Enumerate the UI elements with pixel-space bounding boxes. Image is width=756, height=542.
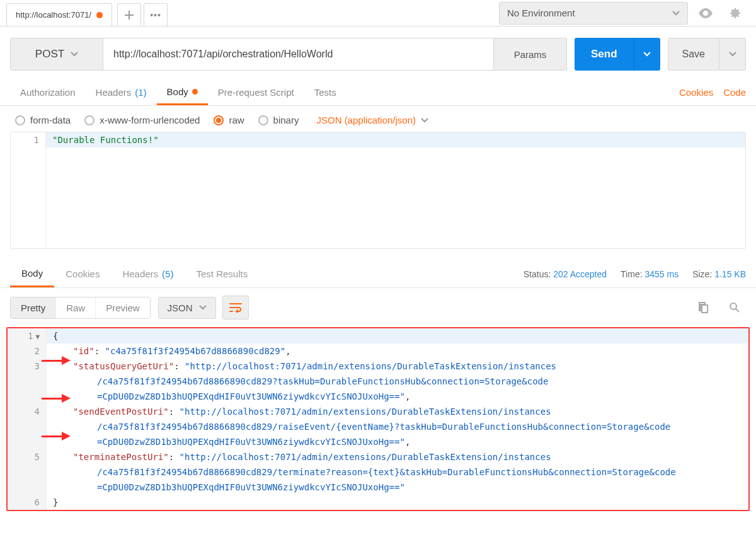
copy-response-button[interactable] <box>692 296 714 319</box>
new-tab-button[interactable] <box>117 3 141 26</box>
line-number: 1 <box>11 132 46 147</box>
search-icon <box>729 302 740 313</box>
toggle-wrap-button[interactable] <box>222 296 249 320</box>
plus-icon <box>125 11 134 20</box>
chevron-down-icon <box>672 11 680 16</box>
tab-body[interactable]: Body <box>157 79 208 105</box>
status-readout: Status: 202 Accepted <box>524 269 607 279</box>
request-tab[interactable]: http://localhost:7071/ <box>6 3 112 26</box>
view-raw[interactable]: Raw <box>56 297 96 318</box>
search-response-button[interactable] <box>723 296 746 319</box>
http-method-select[interactable]: POST <box>10 38 103 71</box>
tab-headers[interactable]: Headers (1) <box>86 79 157 105</box>
environment-select[interactable]: No Environment <box>499 2 688 25</box>
annotation-arrow-icon <box>42 394 71 403</box>
url-input[interactable]: http://localhost:7071/api/orchestration/… <box>103 38 494 71</box>
gear-icon <box>728 7 741 20</box>
radio-binary[interactable]: binary <box>258 115 299 125</box>
annotation-arrow-icon <box>42 356 71 365</box>
view-preview[interactable]: Preview <box>96 297 149 318</box>
view-pretty[interactable]: Pretty <box>11 297 56 318</box>
format-select[interactable]: JSON <box>158 297 216 319</box>
response-tab-tests[interactable]: Test Results <box>185 260 259 287</box>
params-button[interactable]: Params <box>494 38 567 71</box>
save-dropdown[interactable] <box>719 38 746 71</box>
tab-more-button[interactable]: ••• <box>144 3 168 26</box>
response-tab-cookies[interactable]: Cookies <box>54 260 111 287</box>
view-mode-segmented: Pretty Raw Preview <box>10 297 151 319</box>
settings-button[interactable] <box>723 2 746 25</box>
chevron-down-icon <box>643 52 651 57</box>
preview-env-button[interactable] <box>694 2 717 25</box>
response-tab-body[interactable]: Body <box>10 260 54 287</box>
save-button[interactable]: Save <box>668 38 719 71</box>
annotation-arrow-icon <box>42 432 71 441</box>
radio-urlencoded[interactable]: x-www-form-urlencoded <box>84 115 200 125</box>
code-link[interactable]: Code <box>723 87 746 98</box>
send-button[interactable]: Send <box>575 38 634 71</box>
body-indicator-icon <box>192 89 198 95</box>
svg-point-0 <box>730 303 736 309</box>
radio-form-data[interactable]: form-data <box>15 115 71 125</box>
tab-tests[interactable]: Tests <box>304 79 346 105</box>
http-method-value: POST <box>35 48 64 61</box>
radio-raw[interactable]: raw <box>214 115 244 125</box>
size-readout: Size: 1.15 KB <box>692 269 746 279</box>
copy-icon <box>697 302 709 313</box>
time-readout: Time: 3455 ms <box>621 269 679 279</box>
send-dropdown[interactable] <box>634 38 660 71</box>
tab-prerequest[interactable]: Pre-request Script <box>208 79 304 105</box>
dirty-indicator-icon <box>96 12 103 18</box>
request-body-editor[interactable]: 1 "Durable Functions!" <box>10 132 746 249</box>
content-type-select[interactable]: JSON (application/json) <box>316 115 428 125</box>
request-body-line: "Durable Functions!" <box>52 135 159 145</box>
environment-label: No Environment <box>507 8 575 18</box>
cookies-link[interactable]: Cookies <box>679 87 713 98</box>
response-body-highlighted: 1▼ { 2 "id": "c4a75f81f3f24954b67d886689… <box>6 327 750 511</box>
url-value: http://localhost:7071/api/orchestration/… <box>113 49 333 60</box>
wrap-icon <box>229 303 242 313</box>
chevron-down-icon <box>421 118 428 123</box>
chevron-down-icon <box>729 52 736 57</box>
ellipsis-icon: ••• <box>150 10 161 20</box>
response-body-editor[interactable]: 1▼ { 2 "id": "c4a75f81f3f24954b67d886689… <box>8 328 748 510</box>
tab-title: http://localhost:7071/ <box>16 10 91 20</box>
chevron-down-icon <box>199 305 207 310</box>
eye-icon <box>698 8 713 18</box>
chevron-down-icon <box>71 52 78 57</box>
response-tab-headers[interactable]: Headers (5) <box>111 260 185 287</box>
tab-authorization[interactable]: Authorization <box>10 79 86 105</box>
